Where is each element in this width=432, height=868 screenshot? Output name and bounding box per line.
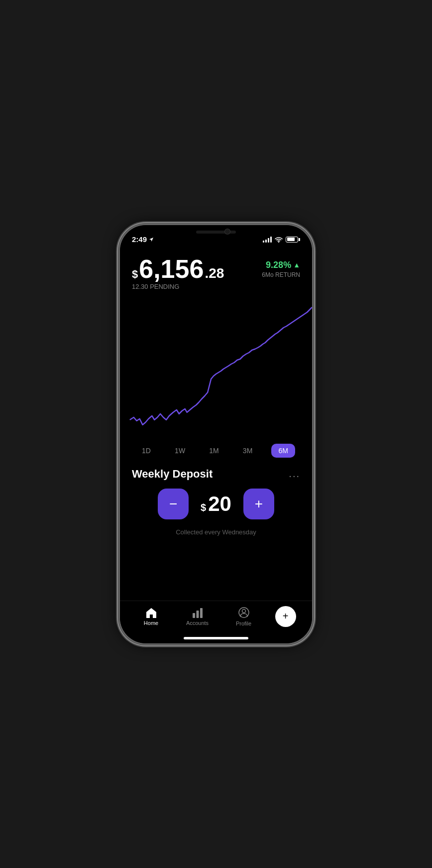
location-arrow-icon [149,237,154,242]
weekly-deposit-section: Weekly Deposit ... − $ 20 + [120,462,312,525]
wifi-icon [275,237,283,243]
dollar-sign: $ [132,268,138,281]
home-indicator [184,637,248,639]
time-period-selector: 1D 1W 1M 3M 6M [120,440,312,462]
increase-deposit-button[interactable]: + [243,489,274,519]
nav-home-label: Home [144,620,158,626]
svg-rect-3 [200,608,203,618]
portfolio-value: $ 6,156 .28 12.30 PENDING [132,256,224,290]
notch-bar [179,225,253,239]
return-number: 9.28% [266,260,291,270]
nav-profile[interactable]: Profile [229,607,259,626]
svg-point-5 [242,609,245,613]
svg-rect-2 [196,611,199,618]
collected-label: Collected every Wednesday [120,525,312,539]
phone-shell: 2:49 [119,224,313,644]
deposit-number: 20 [208,492,231,516]
add-button[interactable]: + [275,606,296,627]
screen: 2:49 [120,225,312,643]
home-icon [145,607,157,618]
bar-chart-icon [192,607,204,618]
main-amount: $ 6,156 .28 [132,256,224,282]
battery-icon [286,237,300,243]
svg-rect-1 [193,613,195,618]
time-display: 2:49 [132,235,147,244]
up-arrow-icon: ▲ [293,261,300,269]
deposit-controls: − $ 20 + [132,489,300,519]
return-percentage: 9.28% ▲ [266,260,300,270]
return-info: 9.28% ▲ 6Mo RETURN [262,256,300,278]
chart-container [120,290,312,440]
deposit-header: Weekly Deposit ... [132,468,300,481]
deposit-dollar-sign: $ [201,502,206,513]
nav-accounts[interactable]: Accounts [183,607,213,626]
portfolio-header: $ 6,156 .28 12.30 PENDING 9.28% ▲ 6Mo RE… [120,252,312,290]
deposit-title: Weekly Deposit [132,468,213,481]
period-6m-button[interactable]: 6M [271,444,295,458]
status-icons [263,237,300,243]
nav-accounts-label: Accounts [186,620,209,626]
deposit-amount: $ 20 [201,492,231,516]
period-1m-button[interactable]: 1M [204,444,223,458]
bottom-nav: Home Accounts Profile [120,601,312,637]
nav-profile-label: Profile [236,620,251,626]
portfolio-amount-cents: .28 [205,265,224,281]
svg-point-0 [278,242,279,243]
camera-dot [225,229,230,234]
pending-label: 12.30 PENDING [132,283,224,290]
spacer [120,539,312,601]
status-time: 2:49 [132,235,154,244]
portfolio-chart [120,290,312,440]
main-content: $ 6,156 .28 12.30 PENDING 9.28% ▲ 6Mo RE… [120,247,312,643]
return-label: 6Mo RETURN [262,271,300,278]
period-1d-button[interactable]: 1D [137,444,156,458]
signal-bars-icon [263,237,272,243]
decrease-deposit-button[interactable]: − [158,489,189,519]
nav-home[interactable]: Home [136,607,166,626]
period-3m-button[interactable]: 3M [238,444,257,458]
more-options-button[interactable]: ... [289,468,300,480]
notch-pill [196,231,236,234]
person-circle-icon [238,607,250,619]
portfolio-amount-large: 6,156 [139,256,204,282]
period-1w-button[interactable]: 1W [170,444,190,458]
